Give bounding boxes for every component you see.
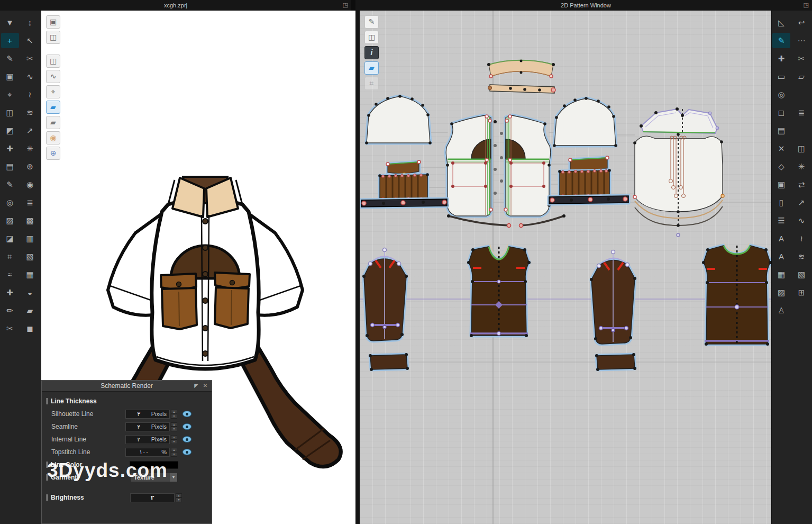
needle-icon[interactable]: ✚ bbox=[1, 285, 19, 300]
trace-scissors-icon[interactable]: ✂ bbox=[792, 51, 810, 66]
internal-line-input[interactable]: ۲ Pixels bbox=[125, 435, 170, 444]
seamline-visibility-eye-icon[interactable] bbox=[183, 423, 191, 430]
scene-box-icon[interactable]: ▣ bbox=[46, 15, 60, 29]
pattern-piece-band-left[interactable] bbox=[361, 199, 447, 207]
snapshot-icon[interactable]: ◎ bbox=[772, 87, 790, 102]
edit-points-icon[interactable]: ⋯ bbox=[792, 33, 810, 48]
pattern-piece-cuff-right[interactable] bbox=[595, 353, 636, 371]
steam-icon[interactable]: ≈ bbox=[1, 267, 19, 282]
layers-icon[interactable]: ◪ bbox=[1, 231, 19, 246]
silhouette-line-stepper[interactable]: ▲▼ bbox=[171, 410, 177, 419]
stylus-icon[interactable]: ✎ bbox=[1, 177, 19, 192]
fabric-kit-icon[interactable]: ▤ bbox=[1, 159, 19, 174]
close-icon[interactable]: ✕ bbox=[202, 382, 209, 390]
info-icon[interactable]: i bbox=[364, 46, 379, 59]
seam-taping-icon[interactable]: ✕ bbox=[772, 141, 790, 156]
add-point-icon[interactable]: ✚ bbox=[772, 51, 790, 66]
colorway-icon[interactable]: ▦ bbox=[21, 267, 39, 282]
swatch-icon[interactable]: ▰ bbox=[21, 303, 39, 318]
sewing-detail-icon[interactable]: ≋ bbox=[21, 105, 39, 120]
mannequin-2d-icon[interactable]: ♙ bbox=[772, 303, 790, 318]
outline-pattern-icon[interactable]: ◻ bbox=[772, 105, 790, 120]
pattern-piece-back-yoke[interactable] bbox=[640, 107, 719, 133]
line-thickness-section[interactable]: Line Thickness bbox=[42, 395, 212, 408]
show-avatar-eye-icon[interactable]: ⌖ bbox=[46, 85, 60, 98]
wind-globe-icon[interactable]: ⊕ bbox=[21, 159, 39, 174]
text-tool-icon[interactable]: A bbox=[772, 231, 790, 246]
silhouette-line-input[interactable]: ۳ Pixels bbox=[125, 410, 170, 419]
pin-icon[interactable]: ◤ bbox=[193, 382, 200, 390]
pattern-piece-cuff-left[interactable] bbox=[369, 353, 409, 371]
fold-arrangement-icon[interactable]: ◩ bbox=[1, 123, 19, 138]
2d-window-titlebar[interactable]: 2D Pattern Window ◳ bbox=[360, 0, 812, 11]
cut-sew-icon[interactable]: ✂ bbox=[1, 321, 19, 336]
grid-tool-icon[interactable]: ▦ bbox=[772, 267, 790, 282]
schematic-render-panel[interactable]: Schematic Render ◤ ✕ Line Thickness Silh… bbox=[41, 380, 212, 524]
show-pattern-eye-icon[interactable]: ◫ bbox=[364, 31, 379, 44]
pattern-piece-sleeve-cap-right[interactable] bbox=[553, 97, 617, 147]
topstitch-line-input[interactable]: ۱۰۰ % bbox=[125, 448, 170, 457]
dart-tool-icon[interactable]: ◇ bbox=[772, 159, 790, 174]
pattern-piece-front-right[interactable] bbox=[504, 115, 551, 216]
brightness-input[interactable]: ۲ bbox=[130, 493, 175, 502]
edit-sculpt-icon[interactable]: ✎ bbox=[1, 51, 19, 66]
curve-points-icon[interactable]: ∿ bbox=[792, 213, 810, 228]
tack-avatar-icon[interactable]: ⌖ bbox=[1, 87, 19, 102]
pattern-piece-band-right[interactable] bbox=[549, 196, 628, 204]
notch-icon[interactable]: ↗ bbox=[792, 195, 810, 210]
show-seams-eye-icon[interactable]: ∿ bbox=[46, 70, 60, 83]
press-icon[interactable]: ◒ bbox=[21, 285, 39, 300]
pin-icon[interactable]: ↗ bbox=[21, 123, 39, 138]
uv-roll-icon[interactable]: ▥ bbox=[21, 231, 39, 246]
shirring-icon[interactable]: ≋ bbox=[792, 249, 810, 264]
pattern-piece-sleeve-cap-left[interactable] bbox=[365, 95, 432, 144]
topstitch-icon[interactable]: ▨ bbox=[1, 213, 19, 228]
avatar-head-icon[interactable]: ◉ bbox=[46, 131, 60, 144]
zipper-icon[interactable]: ≣ bbox=[21, 195, 39, 210]
3d-window-titlebar[interactable]: xcgh.zprj ◳ bbox=[0, 0, 355, 11]
seamline-input[interactable]: ۲ Pixels bbox=[125, 422, 170, 431]
fabric-blue-icon[interactable]: ▰ bbox=[46, 101, 60, 114]
export-pattern-icon[interactable]: ▱ bbox=[792, 69, 810, 84]
2d-pattern-canvas[interactable]: ✎◫i▰⌗ bbox=[360, 11, 771, 524]
pattern-piece-vest-back[interactable] bbox=[702, 243, 771, 346]
pattern-piece-back-body[interactable] bbox=[633, 133, 724, 237]
show-garment-eye-icon[interactable]: ◫ bbox=[46, 55, 60, 68]
pattern-piece-pocket-right[interactable] bbox=[558, 169, 611, 198]
brightness-stepper[interactable]: ▲▼ bbox=[176, 493, 182, 502]
font-style-icon[interactable]: A bbox=[772, 249, 790, 264]
undock-3d-icon[interactable]: ◳ bbox=[343, 1, 348, 8]
tshirt-trace-icon[interactable]: ◫ bbox=[792, 141, 810, 156]
seamline-stepper[interactable]: ▲▼ bbox=[171, 422, 177, 431]
plaid-icon[interactable]: ⊞ bbox=[792, 285, 810, 300]
fabric-blue-icon[interactable]: ▰ bbox=[364, 61, 379, 75]
globe-icon[interactable]: ⊕ bbox=[46, 147, 60, 160]
sewing-edit-icon[interactable]: ∿ bbox=[21, 69, 39, 84]
topstitch-visibility-eye-icon[interactable] bbox=[183, 449, 191, 455]
print-layout-icon[interactable]: ▨ bbox=[772, 285, 790, 300]
topstitch-line-stepper[interactable]: ▲▼ bbox=[171, 448, 177, 457]
button-icon[interactable]: ◉ bbox=[21, 177, 39, 192]
texture-tool-icon[interactable]: ▧ bbox=[792, 267, 810, 282]
ruler-icon[interactable]: ☰ bbox=[772, 213, 790, 228]
pattern-piece-vest-front[interactable] bbox=[467, 245, 531, 337]
simulate-icon[interactable]: ▼ bbox=[1, 15, 19, 30]
measure-band-icon[interactable]: ▯ bbox=[772, 195, 790, 210]
drape-garment-icon[interactable]: ▣ bbox=[1, 69, 19, 84]
buttonhole-icon[interactable]: ◎ bbox=[1, 195, 19, 210]
edit-curvature-icon[interactable]: ✎ bbox=[772, 33, 790, 48]
pattern-piece-front-left[interactable] bbox=[446, 115, 492, 216]
pattern-piece-sleeve-left[interactable] bbox=[362, 248, 408, 341]
fabric-pattern-icon[interactable]: ▤ bbox=[772, 123, 790, 138]
undock-2d-icon[interactable]: ◳ bbox=[804, 1, 809, 8]
pattern-piece-pocket-left[interactable] bbox=[378, 173, 429, 202]
internal-line-visibility-eye-icon[interactable] bbox=[183, 436, 191, 442]
flip-pattern-icon[interactable]: ⇄ bbox=[792, 177, 810, 192]
pattern-pieces[interactable] bbox=[360, 11, 771, 524]
pattern-piece-sleeve-right[interactable] bbox=[590, 250, 636, 345]
flower-tool-icon[interactable]: ✳ bbox=[792, 159, 810, 174]
sewing-free-icon[interactable]: ≀ bbox=[21, 87, 39, 102]
texture-edit-icon[interactable]: ▧ bbox=[21, 249, 39, 264]
fabric-dark-icon[interactable]: ▰ bbox=[46, 116, 60, 129]
brush-icon[interactable]: ✏ bbox=[1, 303, 19, 318]
